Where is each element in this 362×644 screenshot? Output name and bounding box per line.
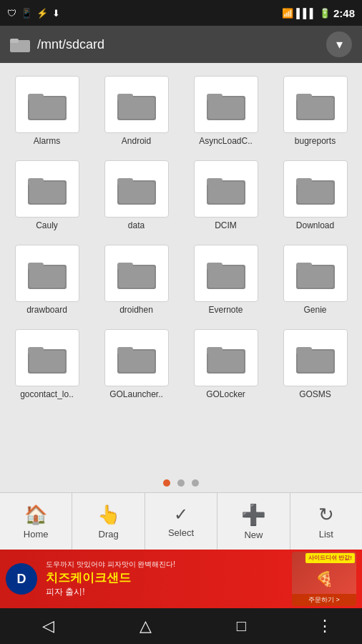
folder-icon bbox=[207, 258, 245, 289]
file-card bbox=[104, 245, 169, 302]
svg-rect-46 bbox=[208, 351, 244, 372]
svg-rect-19 bbox=[119, 182, 155, 203]
file-item[interactable]: Download bbox=[272, 155, 358, 236]
ad-main-text: 치즈케이크샌드 bbox=[46, 570, 283, 586]
back-button[interactable]: ◁ bbox=[28, 611, 69, 641]
file-label: AsyncLoadC.. bbox=[199, 136, 253, 146]
file-card bbox=[15, 245, 79, 302]
new-button[interactable]: ➕ New bbox=[217, 493, 290, 550]
folder-icon bbox=[207, 89, 245, 120]
file-item[interactable]: Evernote bbox=[182, 239, 269, 321]
svg-rect-13 bbox=[298, 97, 333, 119]
file-item[interactable]: drawboard bbox=[4, 239, 90, 321]
pagination-dot-2[interactable] bbox=[177, 479, 185, 487]
svg-rect-25 bbox=[298, 182, 333, 203]
pagination-dot-1[interactable] bbox=[163, 479, 170, 487]
folder-icon bbox=[117, 89, 156, 120]
folder-icon bbox=[207, 342, 245, 374]
bottom-toolbar: 🏠 Home 👆 Drag ✓ Select ➕ New ↻ List bbox=[0, 492, 362, 550]
pagination-dot-3[interactable] bbox=[192, 479, 199, 487]
folder-icon bbox=[207, 173, 245, 205]
file-label: Android bbox=[122, 136, 151, 146]
svg-rect-49 bbox=[298, 351, 333, 372]
svg-rect-31 bbox=[119, 266, 155, 288]
file-item[interactable]: GOLauncher.. bbox=[93, 323, 180, 405]
status-icons-right: 📶 ▌▌▌ 🔋 2:48 bbox=[282, 7, 355, 19]
file-card bbox=[15, 329, 79, 386]
file-item[interactable]: Genie bbox=[272, 239, 358, 321]
ad-top-text: 도우까지 맛있어야 피자맛이 완벽해진다! bbox=[46, 560, 283, 570]
file-label: GOSMS bbox=[299, 389, 331, 399]
file-card bbox=[283, 76, 348, 133]
ad-text-block: 도우까지 맛있어야 피자맛이 완벽해진다! 치즈케이크샌드 피자 출시! bbox=[41, 560, 288, 598]
file-label: Alarms bbox=[34, 136, 60, 146]
folder-icon bbox=[28, 89, 67, 120]
top-bar-left: /mnt/sdcard bbox=[10, 36, 104, 52]
file-card bbox=[283, 329, 348, 386]
ad-image-area: 🍕 사이드디쉬 반값! 주문하기 > bbox=[292, 552, 356, 606]
home-nav-button[interactable]: △ bbox=[125, 611, 166, 641]
ad-logo: D bbox=[6, 563, 37, 595]
ad-badge: 사이드디쉬 반값! bbox=[305, 553, 355, 563]
file-item[interactable]: bugreports bbox=[272, 70, 358, 152]
folder-icon bbox=[296, 258, 335, 289]
file-item[interactable]: GOSMS bbox=[272, 323, 358, 405]
list-button[interactable]: ↻ List bbox=[290, 493, 362, 550]
home-icon: 🏠 bbox=[24, 504, 47, 526]
folder-icon bbox=[28, 258, 67, 289]
ad-banner[interactable]: D 도우까지 맛있어야 피자맛이 완벽해진다! 치즈케이크샌드 피자 출시! 🍕… bbox=[0, 550, 362, 608]
file-label: bugreports bbox=[295, 136, 336, 146]
battery-icon: 🔋 bbox=[319, 8, 331, 19]
file-label: drawboard bbox=[26, 305, 67, 315]
phone-icon: 📱 bbox=[21, 8, 32, 19]
svg-rect-16 bbox=[29, 182, 65, 203]
file-item[interactable]: Cauly bbox=[4, 155, 90, 236]
file-card bbox=[15, 76, 79, 133]
new-icon: ➕ bbox=[241, 503, 266, 527]
file-label: data bbox=[128, 220, 145, 230]
file-label: droidhen bbox=[119, 305, 153, 315]
file-item[interactable]: gocontact_lo.. bbox=[4, 323, 90, 405]
ad-order-button[interactable]: 주문하기 > bbox=[292, 594, 356, 606]
top-bar: /mnt/sdcard ▾ bbox=[0, 26, 362, 63]
file-item[interactable]: Alarms bbox=[4, 70, 90, 152]
usb-icon: ⚡ bbox=[36, 8, 48, 19]
list-label: List bbox=[319, 529, 333, 540]
folder-icon bbox=[117, 342, 156, 374]
svg-rect-43 bbox=[119, 351, 155, 372]
ad-sub-text: 피자 출시! bbox=[46, 586, 283, 598]
status-icons-left: 🛡 📱 ⚡ ⬇ bbox=[7, 8, 60, 19]
folder-icon bbox=[28, 173, 67, 205]
file-label: GOLauncher.. bbox=[109, 389, 163, 399]
home-button[interactable]: 🏠 Home bbox=[0, 493, 72, 550]
more-options-button[interactable]: ⋮ bbox=[317, 617, 334, 635]
status-time: 2:48 bbox=[333, 7, 355, 19]
status-bar: 🛡 📱 ⚡ ⬇ 📶 ▌▌▌ 🔋 2:48 bbox=[0, 0, 362, 26]
file-item[interactable]: data bbox=[93, 155, 180, 236]
select-label: Select bbox=[168, 527, 194, 538]
file-item[interactable]: AsyncLoadC.. bbox=[182, 70, 269, 152]
select-icon: ✓ bbox=[174, 504, 188, 525]
drag-button[interactable]: 👆 Drag bbox=[72, 493, 145, 550]
file-card bbox=[194, 76, 258, 133]
drag-icon: 👆 bbox=[97, 504, 120, 526]
file-label: gocontact_lo.. bbox=[20, 389, 74, 399]
file-card bbox=[283, 245, 348, 302]
svg-rect-37 bbox=[298, 266, 333, 288]
wifi-icon: 📶 bbox=[282, 8, 293, 19]
file-item[interactable]: Android bbox=[93, 70, 180, 152]
file-item[interactable]: GOLocker bbox=[182, 323, 269, 405]
file-label: Cauly bbox=[36, 220, 58, 230]
dropdown-button[interactable]: ▾ bbox=[326, 31, 352, 57]
file-item[interactable]: DCIM bbox=[182, 155, 269, 236]
select-button[interactable]: ✓ Select bbox=[145, 493, 217, 550]
home-label: Home bbox=[24, 529, 49, 540]
svg-rect-40 bbox=[29, 351, 65, 372]
svg-rect-28 bbox=[29, 266, 65, 288]
file-label: DCIM bbox=[215, 220, 237, 230]
svg-rect-10 bbox=[208, 97, 244, 119]
file-label: GOLocker bbox=[206, 389, 245, 399]
folder-icon bbox=[296, 89, 335, 120]
recent-apps-button[interactable]: □ bbox=[222, 611, 260, 641]
file-item[interactable]: droidhen bbox=[93, 239, 180, 321]
